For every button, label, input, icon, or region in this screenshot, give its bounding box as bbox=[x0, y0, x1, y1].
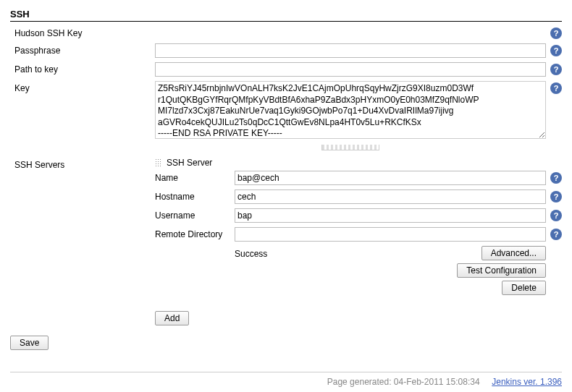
help-icon[interactable]: ? bbox=[550, 210, 562, 221]
passphrase-input[interactable] bbox=[155, 43, 546, 58]
add-button[interactable]: Add bbox=[155, 311, 189, 325]
hudson-ssh-key-label: Hudson SSH Key bbox=[10, 26, 155, 38]
help-icon[interactable]: ? bbox=[550, 27, 562, 39]
advanced-button[interactable]: Advanced... bbox=[481, 246, 546, 260]
page-generated: Page generated: 04-Feb-2011 15:08:34 bbox=[327, 377, 480, 387]
test-configuration-button[interactable]: Test Configuration bbox=[457, 263, 546, 278]
help-icon[interactable]: ? bbox=[550, 64, 562, 75]
server-remotedir-input[interactable] bbox=[235, 227, 546, 242]
server-name-input[interactable] bbox=[235, 171, 546, 185]
drag-handle-icon[interactable] bbox=[155, 158, 162, 167]
server-username-label: Username bbox=[155, 208, 235, 221]
resize-handle[interactable] bbox=[321, 145, 379, 150]
help-icon[interactable]: ? bbox=[550, 82, 562, 94]
help-icon[interactable]: ? bbox=[550, 229, 562, 240]
server-username-input[interactable] bbox=[235, 208, 546, 223]
key-textarea[interactable] bbox=[155, 81, 546, 139]
footer: Page generated: 04-Feb-2011 15:08:34 Jen… bbox=[10, 372, 562, 387]
section-title: SSH bbox=[10, 9, 562, 22]
server-hostname-input[interactable] bbox=[235, 189, 546, 204]
server-remotedir-label: Remote Directory bbox=[155, 227, 235, 239]
path-to-key-input[interactable] bbox=[155, 62, 546, 77]
help-icon[interactable]: ? bbox=[550, 172, 562, 184]
server-name-label: Name bbox=[155, 171, 235, 183]
ssh-servers-label: SSH Servers bbox=[10, 158, 155, 170]
key-label: Key bbox=[10, 81, 155, 93]
server-hostname-label: Hostname bbox=[155, 189, 235, 202]
help-icon[interactable]: ? bbox=[550, 45, 562, 56]
ssh-server-header: SSH Server bbox=[167, 158, 212, 168]
save-button[interactable]: Save bbox=[10, 336, 49, 350]
jenkins-version-link[interactable]: Jenkins ver. 1.396 bbox=[492, 377, 562, 387]
passphrase-label: Passphrase bbox=[10, 43, 155, 56]
delete-button[interactable]: Delete bbox=[502, 281, 546, 295]
status-text: Success bbox=[235, 246, 457, 295]
help-icon[interactable]: ? bbox=[550, 191, 562, 203]
path-to-key-label: Path to key bbox=[10, 62, 155, 74]
